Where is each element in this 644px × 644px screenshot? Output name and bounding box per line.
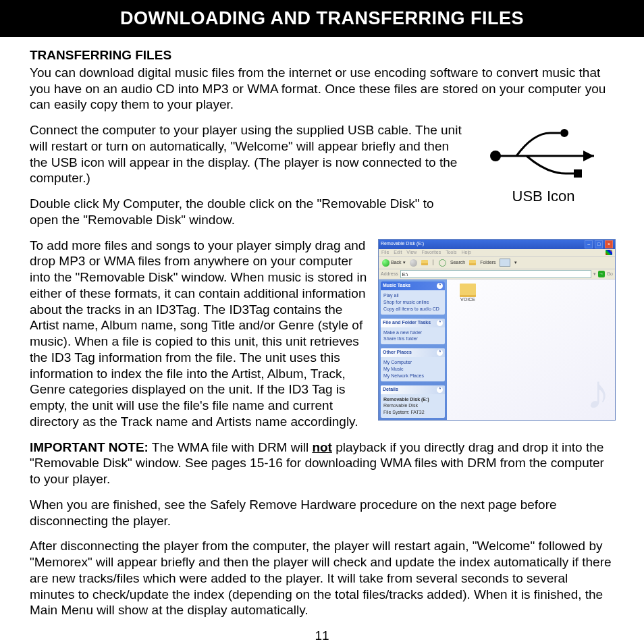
place-network: My Network Places (383, 373, 442, 379)
note-label: IMPORTANT NOTE: (30, 440, 149, 454)
details-title: Removable Disk (E:) (383, 396, 442, 403)
forward-icon (410, 259, 417, 267)
task-copy-to-cd: Copy all items to audio CD (383, 306, 442, 313)
folder-label: VOICE (460, 297, 475, 303)
details-header: Details (383, 387, 398, 393)
place-my-computer: My Computer (383, 359, 442, 366)
note-text-1: The WMA file with DRM will (149, 440, 312, 454)
side-panel: Music Tasks˄ Play all Shop for music onl… (379, 279, 447, 420)
address-bar: Address ▾ → Go (379, 269, 615, 279)
menu-help: Help (462, 250, 471, 256)
file-pane: VOICE ♪ (447, 279, 615, 420)
chevron-up-icon: ˄ (437, 320, 443, 326)
search-icon (439, 259, 446, 267)
minimize-icon: – (585, 240, 593, 248)
usb-icon-caption: USB Icon (473, 187, 614, 206)
menu-view: View (406, 250, 417, 256)
go-icon: → (598, 271, 605, 277)
task-play-all: Play all (383, 292, 442, 299)
details-type: Removable Disk (383, 402, 442, 409)
windows-logo-icon (606, 250, 612, 255)
note-not: not (312, 440, 332, 454)
page-number: 11 (30, 628, 614, 644)
chevron-up-icon: ˄ (437, 350, 443, 356)
place-my-music: My Music (383, 366, 442, 373)
window-titlebar: Removable Disk (E:) – □ × (379, 240, 615, 249)
back-label: Back (391, 260, 402, 266)
usb-icon (486, 125, 601, 179)
address-label: Address (381, 271, 398, 277)
important-note: IMPORTANT NOTE: The WMA file with DRM wi… (30, 439, 614, 487)
section-title: TRANSFERRING FILES (30, 47, 614, 63)
close-icon: × (605, 240, 613, 248)
window-title: Removable Disk (E:) (381, 241, 424, 247)
music-note-icon: ♪ (586, 369, 610, 416)
back-icon (382, 259, 390, 267)
chevron-up-icon: ˄ (437, 387, 443, 393)
task-share-folder: Share this folder (383, 336, 442, 342)
toolbar: Back ▾ │ Search Folders ▾ (379, 257, 615, 269)
usb-icon-figure: USB Icon (473, 125, 614, 205)
menu-tools: Tools (446, 250, 456, 256)
go-label: Go (607, 271, 613, 277)
maximize-icon: □ (595, 240, 603, 248)
file-folder-tasks-header: File and Folder Tasks (383, 320, 431, 326)
menu-file: File (381, 250, 389, 256)
other-places-header: Other Places (383, 350, 412, 356)
explorer-screenshot: Removable Disk (E:) – □ × File Edit View… (378, 239, 614, 421)
task-new-folder: Make a new folder (383, 329, 442, 336)
task-shop-online: Shop for music online (383, 299, 442, 306)
menu-favorites: Favorites (421, 250, 441, 256)
folder-item: VOICE (451, 284, 485, 303)
details-fs: File System: FAT32 (383, 409, 442, 416)
menu-bar: File Edit View Favorites Tools Help (379, 249, 615, 257)
search-label: Search (450, 260, 465, 266)
menu-edit: Edit (394, 250, 402, 256)
views-icon (500, 259, 510, 267)
paragraph-1: You can download digital music files fro… (30, 65, 614, 113)
folder-icon (460, 284, 476, 297)
svg-rect-4 (574, 169, 582, 178)
folders-icon (469, 260, 476, 265)
chevron-up-icon: ˄ (437, 283, 443, 289)
folders-label: Folders (480, 260, 495, 266)
paragraph-7: After disconnecting the player from the … (30, 538, 614, 618)
music-tasks-header: Music Tasks (383, 283, 410, 289)
paragraph-6: When you are finished, see the Safely Re… (30, 497, 614, 529)
up-folder-icon (421, 260, 428, 265)
address-input (400, 270, 591, 278)
svg-marker-2 (583, 151, 594, 161)
page-header: DOWNLOADING AND TRANSFERRING FILES (0, 0, 644, 37)
svg-point-3 (560, 129, 568, 137)
